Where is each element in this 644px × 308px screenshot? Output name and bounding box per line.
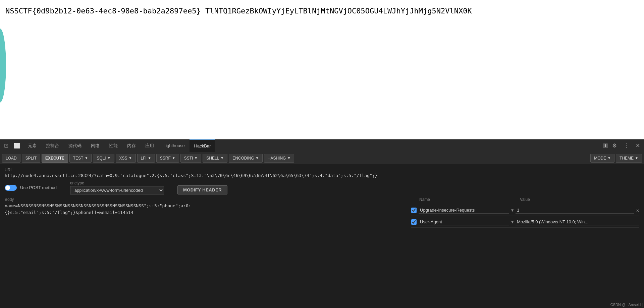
header-row-useragent: ▼ (411, 219, 639, 228)
headers-section: Name Value ▼ ✕ (405, 197, 639, 305)
body-and-headers: Body name=NSSNSSNSSNSSNSSNSSNSSNSSNSSNSS… (5, 197, 639, 305)
ssti-button[interactable]: SSTI▼ (180, 154, 202, 163)
body-section: Body name=NSSNSSNSSNSSNSSNSSNSSNSSNSSNSS… (5, 197, 405, 305)
header-col-value-label: Value (520, 197, 639, 202)
devtools-panel: ⊡ ⬜ 元素 控制台 源代码 网络 性能 内存 应用 Lighthouse Ha… (0, 139, 644, 308)
body-label: Body (5, 197, 405, 202)
modify-header-button[interactable]: MODIFY HEADER (177, 185, 227, 194)
mode-button[interactable]: MODE▼ (590, 154, 614, 163)
header-dropdown-icon[interactable]: ▼ (511, 208, 514, 213)
hashing-button[interactable]: HASHING▼ (264, 154, 294, 163)
devtools-more-icon[interactable]: ⋮ (621, 139, 632, 152)
tab-memory[interactable]: 内存 (122, 139, 141, 152)
header-name-upgrade[interactable] (419, 207, 509, 214)
devtools-settings-icon[interactable]: ⚙ (609, 139, 620, 152)
hackbar-content: URL http://node4.anna.nssctf.cn:28324/?c… (0, 164, 644, 308)
shell-button[interactable]: SHELL▼ (203, 154, 227, 163)
sqli-button[interactable]: SQLI▼ (93, 154, 114, 163)
split-button[interactable]: SPLIT (22, 154, 40, 163)
devtools-tab-bar: ⊡ ⬜ 元素 控制台 源代码 网络 性能 内存 应用 Lighthouse Ha… (0, 139, 644, 152)
header-row-upgrade: ▼ ✕ (411, 207, 639, 216)
enctype-select[interactable]: application/x-www-form-urlencoded multip… (70, 186, 164, 194)
header-value-useragent[interactable] (516, 219, 639, 225)
tab-elements[interactable]: 元素 (23, 139, 41, 152)
header-dropdown-useragent-icon[interactable]: ▼ (511, 220, 514, 224)
execute-button[interactable]: EXECUTE (42, 154, 68, 163)
header-col-name-label: Name (419, 197, 520, 202)
ssrf-button[interactable]: SSRF▼ (156, 154, 179, 163)
devtools-right-controls: 1 ⚙ ⋮ ✕ (603, 139, 643, 152)
method-section: Use POST method enctype application/x-ww… (5, 181, 639, 194)
tab-console[interactable]: 控制台 (41, 139, 64, 152)
header-close-upgrade[interactable]: ✕ (636, 207, 639, 214)
url-label: URL (5, 168, 639, 172)
test-button[interactable]: TEST▼ (69, 154, 92, 163)
tab-sources[interactable]: 源代码 (64, 139, 86, 152)
header-value-upgrade[interactable] (516, 207, 634, 214)
tab-hackbar[interactable]: HackBar (190, 139, 216, 152)
hackbar-toolbar: LOAD SPLIT EXECUTE TEST▼ SQLI▼ XSS▼ LFI▼… (0, 152, 644, 164)
header-checkbox-upgrade[interactable] (411, 208, 417, 213)
tab-lighthouse[interactable]: Lighthouse (159, 139, 190, 152)
tab-network[interactable]: 网络 (86, 139, 104, 152)
tab-application[interactable]: 应用 (141, 139, 159, 152)
tab-badge: 1 (603, 143, 608, 148)
xss-button[interactable]: XSS▼ (116, 154, 136, 163)
header-checkbox-useragent[interactable] (411, 219, 417, 225)
encoding-button[interactable]: ENCODING▼ (229, 154, 263, 163)
browser-content-area: NSSCTF{0d9b2b12-0e63-4ec8-98e8-bab2a2897… (0, 0, 644, 139)
theme-button[interactable]: THEME▼ (616, 154, 642, 163)
post-method-toggle[interactable] (5, 185, 17, 191)
devtools-inspect-icon[interactable]: ⊡ (1, 139, 11, 152)
watermark: CSDN @ | Arcseid | (610, 303, 643, 307)
enctype-label: enctype (70, 181, 164, 185)
teal-circle-decoration (0, 29, 6, 102)
post-method-label: Use POST method (20, 185, 57, 190)
devtools-device-icon[interactable]: ⬜ (11, 139, 23, 152)
headers-column-row: Name Value (411, 197, 639, 204)
post-method-toggle-row: Use POST method (5, 185, 57, 191)
header-name-useragent[interactable] (419, 219, 509, 225)
body-value[interactable]: name=NSSNSSNSSNSSNSSNSSNSSNSSNSSNSSNSSNS… (5, 203, 405, 216)
url-value[interactable]: http://node4.anna.nssctf.cn:28324/?cata=… (5, 173, 639, 178)
load-button[interactable]: LOAD (2, 154, 20, 163)
lfi-button[interactable]: LFI▼ (137, 154, 155, 163)
tab-performance[interactable]: 性能 (104, 139, 122, 152)
enctype-section: enctype application/x-www-form-urlencode… (70, 181, 164, 194)
devtools-close-icon[interactable]: ✕ (633, 139, 643, 152)
page-response-text: NSSCTF{0d9b2b12-0e63-4ec8-98e8-bab2a2897… (0, 0, 644, 23)
url-section: URL http://node4.anna.nssctf.cn:28324/?c… (5, 168, 639, 178)
